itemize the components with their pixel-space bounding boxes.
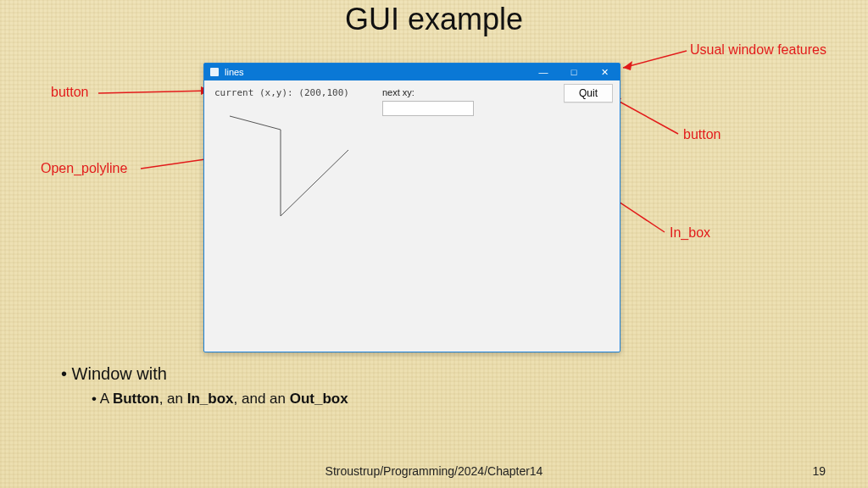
app-window: lines — □ ✕ current (x,y): (200,100) nex… bbox=[203, 63, 620, 352]
bullet-list: Window with A Button, an In_box, and an … bbox=[61, 364, 348, 408]
slide-title: GUI example bbox=[0, 2, 868, 37]
app-icon bbox=[209, 67, 220, 77]
titlebar[interactable]: lines — □ ✕ bbox=[204, 64, 620, 80]
minimize-icon[interactable]: — bbox=[528, 64, 559, 80]
bullet-line-1: Window with bbox=[61, 364, 348, 384]
svg-marker-1 bbox=[623, 61, 632, 70]
maximize-icon[interactable]: □ bbox=[559, 64, 589, 80]
quit-button[interactable]: Quit bbox=[564, 84, 613, 103]
slide-number: 19 bbox=[812, 464, 826, 478]
window-title: lines bbox=[225, 67, 244, 77]
annotation-button-right: button bbox=[683, 127, 721, 142]
svg-rect-10 bbox=[210, 68, 219, 76]
annotation-window-features: Usual window features bbox=[690, 42, 826, 58]
annotation-in-box: In_box bbox=[670, 225, 710, 241]
svg-line-6 bbox=[610, 97, 678, 134]
slide-footer: Stroustrup/Programming/2024/Chapter14 bbox=[0, 464, 868, 478]
open-polyline-shape bbox=[204, 80, 620, 352]
current-xy-outbox: current (x,y): (200,100) bbox=[214, 87, 349, 98]
svg-line-2 bbox=[98, 91, 210, 93]
annotation-button-left: button bbox=[51, 85, 88, 100]
bullet-line-2: A Button, an In_box, and an Out_box bbox=[92, 391, 348, 408]
window-client-area: current (x,y): (200,100) next xy: Quit bbox=[204, 80, 620, 352]
svg-line-0 bbox=[623, 51, 687, 68]
next-xy-label: next xy: bbox=[382, 87, 415, 97]
close-icon[interactable]: ✕ bbox=[589, 64, 620, 80]
annotation-open-polyline: Open_polyline bbox=[41, 161, 127, 176]
next-xy-input[interactable] bbox=[382, 101, 474, 116]
